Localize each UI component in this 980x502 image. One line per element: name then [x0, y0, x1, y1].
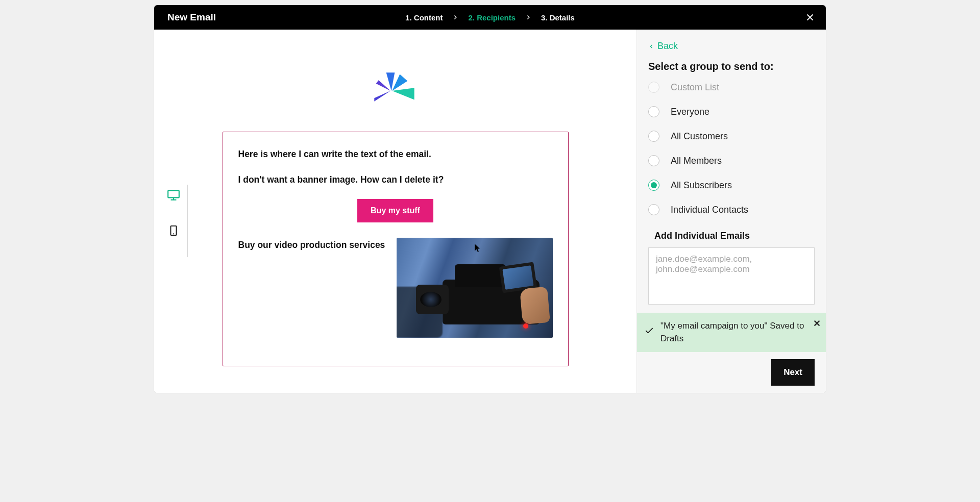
- back-button[interactable]: Back: [648, 41, 815, 52]
- radio-icon: [648, 106, 659, 117]
- step-details[interactable]: 3. Details: [541, 13, 575, 22]
- desktop-preview-button[interactable]: [166, 188, 181, 202]
- sidebar-footer: Next: [648, 352, 815, 386]
- step-content[interactable]: 1. Content: [405, 13, 443, 22]
- sidebar-title: Select a group to send to:: [648, 61, 815, 72]
- add-emails-title: Add Individual Emails: [654, 231, 815, 241]
- chevron-right-icon: [452, 14, 459, 21]
- recipient-group-list: Custom List Everyone All Customers All M…: [648, 82, 815, 215]
- radio-individual-contacts[interactable]: Individual Contacts: [648, 204, 815, 215]
- device-switcher: [163, 188, 181, 238]
- radio-all-members[interactable]: All Members: [648, 155, 815, 166]
- media-row: Buy our video production services: [238, 238, 553, 338]
- email-logo: [223, 40, 569, 132]
- radio-all-subscribers[interactable]: All Subscribers: [648, 180, 815, 191]
- radio-everyone[interactable]: Everyone: [648, 106, 815, 117]
- email-preview-pane: Here is where I can write the text of th…: [154, 30, 636, 393]
- email-paragraph-2: I don't want a banner image. How can I d…: [238, 173, 553, 186]
- new-email-modal: New Email 1. Content 2. Recipients 3. De…: [154, 5, 826, 393]
- recipients-sidebar: Back Select a group to send to: Custom L…: [636, 30, 826, 393]
- toast-close-button[interactable]: ✕: [813, 317, 821, 330]
- radio-icon: [648, 131, 659, 142]
- svg-marker-8: [376, 80, 390, 91]
- svg-marker-7: [374, 91, 390, 102]
- radio-icon: [648, 82, 659, 93]
- mobile-preview-button[interactable]: [166, 223, 181, 238]
- radio-icon: [648, 180, 659, 191]
- wizard-steps: 1. Content 2. Recipients 3. Details: [405, 13, 575, 22]
- buy-button[interactable]: Buy my stuff: [357, 199, 433, 222]
- modal-header: New Email 1. Content 2. Recipients 3. De…: [154, 5, 826, 30]
- svg-rect-2: [168, 190, 179, 197]
- back-label: Back: [657, 41, 678, 52]
- check-icon: [644, 325, 654, 340]
- individual-emails-input[interactable]: [648, 247, 815, 305]
- chevron-right-icon: [525, 14, 532, 21]
- radio-all-customers[interactable]: All Customers: [648, 131, 815, 142]
- cursor-icon: [474, 243, 481, 253]
- next-button[interactable]: Next: [771, 359, 815, 386]
- burst-logo-icon: [370, 70, 421, 111]
- modal-title: New Email: [167, 12, 216, 23]
- svg-marker-10: [392, 74, 407, 91]
- svg-marker-11: [392, 88, 414, 99]
- saved-to-drafts-toast: "My email campaign to you" Saved to Draf…: [637, 313, 826, 352]
- step-recipients[interactable]: 2. Recipients: [468, 13, 516, 22]
- radio-custom-list: Custom List: [648, 82, 815, 93]
- chevron-left-icon: [648, 43, 654, 50]
- radio-icon: [648, 204, 659, 215]
- media-caption: Buy our video production services: [238, 238, 386, 250]
- email-content-block[interactable]: Here is where I can write the text of th…: [223, 132, 569, 366]
- email-paragraph-1: Here is where I can write the text of th…: [238, 147, 553, 161]
- close-button[interactable]: [804, 12, 816, 23]
- toast-message: "My email campaign to you" Saved to Draf…: [660, 321, 804, 343]
- radio-icon: [648, 155, 659, 166]
- modal-body: Here is where I can write the text of th…: [154, 30, 826, 393]
- email-preview: Here is where I can write the text of th…: [223, 40, 569, 366]
- cta-row: Buy my stuff: [238, 199, 553, 222]
